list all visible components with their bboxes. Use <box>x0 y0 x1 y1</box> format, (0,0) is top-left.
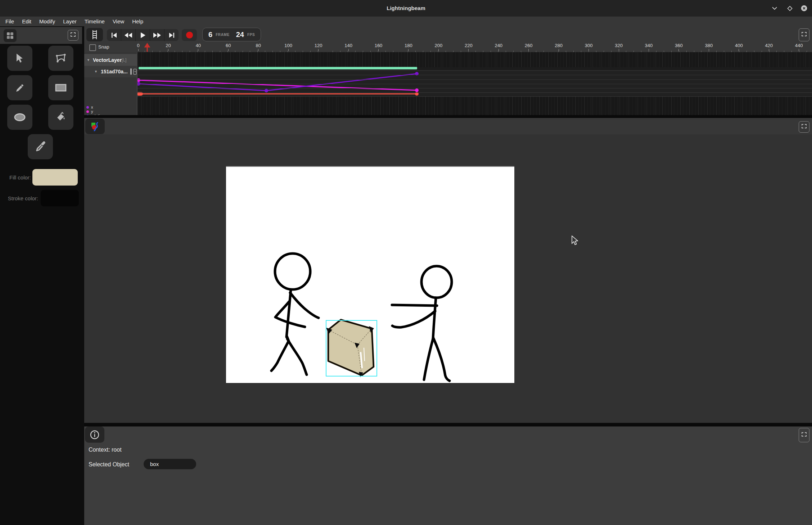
layer-list: ▼ VectorLayer [L] ▼ 151ad70a... ~ xyrota… <box>84 52 137 115</box>
ruler-label-380: 380 <box>705 43 713 48</box>
expand-icon <box>802 124 807 130</box>
cursor-pointer <box>570 236 578 246</box>
expand-icon <box>802 432 807 438</box>
paint-bucket-tool-button[interactable] <box>48 105 73 130</box>
fps-label: FPS <box>247 33 255 37</box>
skip-end-button[interactable] <box>164 29 179 41</box>
fill-color-swatch[interactable] <box>32 169 78 186</box>
selected-object-input[interactable]: box <box>144 459 196 469</box>
ruler-label-160: 160 <box>375 43 383 48</box>
layer-name: VectorLayer <box>93 57 122 63</box>
ruler-label-400: 400 <box>735 43 743 48</box>
track-row-line <box>137 92 812 93</box>
rewind-button[interactable] <box>121 29 136 41</box>
ruler-label-360: 360 <box>675 43 683 48</box>
x-curve-keyframe <box>415 88 419 92</box>
rectangle-tool-button[interactable] <box>48 75 73 100</box>
property-color-dot <box>86 110 89 113</box>
layer-row-vectorlayer[interactable]: ▼ VectorLayer [L] <box>84 54 137 66</box>
window-title: Lightningbeam <box>0 0 812 17</box>
fps-value: 24 <box>236 31 244 39</box>
right-figure-arm-top[interactable] <box>392 305 437 306</box>
minimize-icon[interactable] <box>771 5 778 12</box>
scene[interactable] <box>226 167 514 383</box>
ruler-label-420: 420 <box>765 43 773 48</box>
frame-value: 6 <box>208 31 212 39</box>
object-visibility-button[interactable] <box>130 68 132 75</box>
property-row-rotation[interactable]: rotation <box>86 114 104 115</box>
timeline-expand-button[interactable] <box>799 28 809 41</box>
track-row-line <box>137 79 812 80</box>
fill-color-label: Fill color: <box>5 174 31 181</box>
selected-object-label: Selected Object <box>89 461 129 468</box>
menu-item-layer[interactable]: Layer <box>59 17 81 26</box>
canvas-header <box>84 118 812 134</box>
pencil-tool-button[interactable] <box>7 75 32 100</box>
expand-icon <box>71 32 76 38</box>
y-curve-keyframe <box>265 89 268 92</box>
maximize-icon[interactable] <box>786 5 793 12</box>
panel-grid-button[interactable] <box>4 29 17 42</box>
property-row-y[interactable]: y <box>86 109 93 114</box>
track-row-line <box>137 96 812 97</box>
track-row-line <box>137 88 812 88</box>
object-row-151ad70a[interactable]: ▼ 151ad70a... ~ <box>84 66 137 77</box>
eyedropper-icon <box>35 141 46 152</box>
snap-checkbox[interactable] <box>89 44 96 51</box>
info-tab-button[interactable] <box>85 426 104 443</box>
canvas-panel <box>84 118 812 423</box>
transform-tool-button[interactable] <box>48 46 73 71</box>
expand-icon <box>802 32 807 38</box>
select-icon <box>15 53 24 63</box>
ruler-label-440: 440 <box>795 43 803 48</box>
context-text: Context: root <box>89 447 122 453</box>
play-button[interactable] <box>136 29 150 41</box>
menu-item-file[interactable]: File <box>1 17 18 26</box>
x-curve <box>139 80 417 90</box>
track-row-line <box>137 70 812 71</box>
ruler-label-60: 60 <box>226 43 231 48</box>
playhead[interactable] <box>143 42 151 52</box>
transport-controls <box>107 29 179 41</box>
property-color-dot <box>86 115 89 115</box>
stroke-color-swatch[interactable] <box>41 190 79 206</box>
ruler-label-40: 40 <box>196 43 201 48</box>
record-button[interactable] <box>182 29 197 41</box>
eyedropper-tool-button[interactable] <box>28 134 53 159</box>
film-button[interactable] <box>86 28 103 41</box>
ruler-label-100: 100 <box>284 43 292 48</box>
fast-forward-button[interactable] <box>150 29 164 41</box>
object-tween-button[interactable]: ~ <box>133 69 137 75</box>
collapse-triangle-icon[interactable]: ▼ <box>87 58 90 62</box>
menu-item-edit[interactable]: Edit <box>18 17 35 26</box>
status-expand-button[interactable] <box>799 428 809 442</box>
collapse-triangle-icon[interactable]: ▼ <box>94 70 98 73</box>
close-icon[interactable] <box>800 5 808 12</box>
property-row-x[interactable]: x <box>86 105 93 109</box>
skip-start-button[interactable] <box>107 29 121 41</box>
ellipse-tool-button[interactable] <box>7 105 32 130</box>
snap-label: Snap <box>98 44 109 50</box>
drawing-canvas[interactable] <box>226 166 514 383</box>
menu-item-timeline[interactable]: Timeline <box>81 17 109 26</box>
layer-suffix: [L] <box>122 58 126 63</box>
menu-item-view[interactable]: View <box>109 17 128 26</box>
timeline-tracks[interactable] <box>137 52 812 115</box>
canvas-expand-button[interactable] <box>799 121 809 133</box>
menu-item-help[interactable]: Help <box>128 17 147 26</box>
ruler-label-120: 120 <box>315 43 322 48</box>
sidebar-header <box>0 27 82 44</box>
ruler-label-200: 200 <box>435 43 443 48</box>
select-tool-button[interactable] <box>7 46 32 71</box>
timeline-panel: 6 FRAME 24 FPS 0204060801001201401601802… <box>84 26 812 115</box>
x-curve-keyframe <box>137 78 140 82</box>
sidebar-expand-button[interactable] <box>68 30 78 41</box>
menubar: FileEditModifyLayerTimelineViewHelp <box>0 17 812 26</box>
paint-bucket-icon <box>55 112 66 123</box>
canvas-tab-button[interactable] <box>85 119 105 134</box>
transform-icon <box>55 53 67 64</box>
ruler-label-20: 20 <box>166 43 171 48</box>
menu-item-modify[interactable]: Modify <box>35 17 59 26</box>
property-name: x <box>91 105 93 109</box>
property-color-dot <box>86 106 89 109</box>
